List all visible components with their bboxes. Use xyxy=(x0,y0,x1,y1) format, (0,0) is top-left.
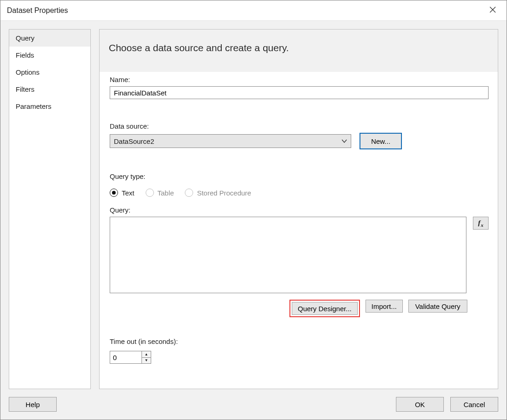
query-type-table-radio: Table xyxy=(146,189,174,197)
query-type-text-radio[interactable]: Text xyxy=(110,189,135,197)
sidebar: Query Fields Options Filters Parameters xyxy=(9,29,91,389)
import-button[interactable]: Import... xyxy=(366,300,403,313)
chevron-down-icon xyxy=(342,137,347,145)
spinner-down-button[interactable]: ▼ xyxy=(142,358,151,364)
spinner-arrows: ▲ ▼ xyxy=(141,351,151,363)
name-input[interactable] xyxy=(110,86,489,99)
ok-button[interactable]: OK xyxy=(396,397,444,412)
query-designer-highlight: Query Designer... xyxy=(289,300,360,317)
radio-circle-icon xyxy=(110,189,118,197)
panel-header: Choose a data source and create a query. xyxy=(100,30,498,72)
radio-label: Stored Procedure xyxy=(197,189,251,197)
query-type-sproc-radio: Stored Procedure xyxy=(185,189,251,197)
close-icon xyxy=(489,6,496,14)
sidebar-item-label: Options xyxy=(16,68,40,76)
query-row: fx xyxy=(110,217,489,293)
arrow-up-icon: ▲ xyxy=(145,352,148,356)
data-source-combo[interactable]: DataSource2 xyxy=(110,134,351,148)
query-type-group: Text Table Stored Procedure xyxy=(110,189,489,197)
sidebar-item-parameters[interactable]: Parameters xyxy=(9,98,90,115)
sidebar-item-label: Query xyxy=(16,34,35,42)
sidebar-item-filters[interactable]: Filters xyxy=(9,81,90,98)
dialog-body: Query Fields Options Filters Parameters … xyxy=(0,21,507,389)
cancel-button[interactable]: Cancel xyxy=(450,397,498,412)
query-label: Query: xyxy=(110,206,489,214)
query-textarea[interactable] xyxy=(110,217,466,293)
sidebar-item-options[interactable]: Options xyxy=(9,64,90,81)
sidebar-item-fields[interactable]: Fields xyxy=(9,47,90,64)
help-button[interactable]: Help xyxy=(9,397,57,412)
arrow-down-icon: ▼ xyxy=(145,358,148,362)
radio-circle-icon xyxy=(185,189,193,197)
dataset-properties-dialog: Dataset Properties Query Fields Options … xyxy=(0,0,507,420)
close-button[interactable] xyxy=(486,4,499,17)
dialog-footer: Help OK Cancel xyxy=(0,389,507,420)
data-source-value: DataSource2 xyxy=(114,137,154,145)
fx-icon: fx xyxy=(478,219,483,228)
validate-query-button[interactable]: Validate Query xyxy=(408,300,467,313)
data-source-row: DataSource2 New... xyxy=(110,133,489,149)
query-buttons-row: Query Designer... Import... Validate Que… xyxy=(289,300,489,317)
timeout-label: Time out (in seconds): xyxy=(110,337,489,345)
name-label: Name: xyxy=(110,76,489,83)
sidebar-item-label: Filters xyxy=(16,85,35,93)
query-type-label: Query type: xyxy=(110,172,489,180)
timeout-input[interactable] xyxy=(110,351,141,363)
panel-content: Name: Data source: DataSource2 New... Qu… xyxy=(100,72,498,389)
main-panel: Choose a data source and create a query.… xyxy=(99,29,498,389)
new-data-source-button[interactable]: New... xyxy=(360,133,402,149)
titlebar: Dataset Properties xyxy=(0,0,507,21)
spinner-up-button[interactable]: ▲ xyxy=(142,351,151,358)
data-source-label: Data source: xyxy=(110,122,489,130)
radio-label: Table xyxy=(158,189,174,197)
sidebar-item-label: Fields xyxy=(16,51,34,59)
radio-label: Text xyxy=(122,189,135,197)
sidebar-item-label: Parameters xyxy=(16,102,52,110)
window-title: Dataset Properties xyxy=(7,6,68,15)
expression-button[interactable]: fx xyxy=(473,217,489,230)
sidebar-item-query[interactable]: Query xyxy=(9,30,90,47)
query-designer-button[interactable]: Query Designer... xyxy=(292,302,358,315)
timeout-spinner[interactable]: ▲ ▼ xyxy=(110,351,151,364)
radio-circle-icon xyxy=(146,189,154,197)
